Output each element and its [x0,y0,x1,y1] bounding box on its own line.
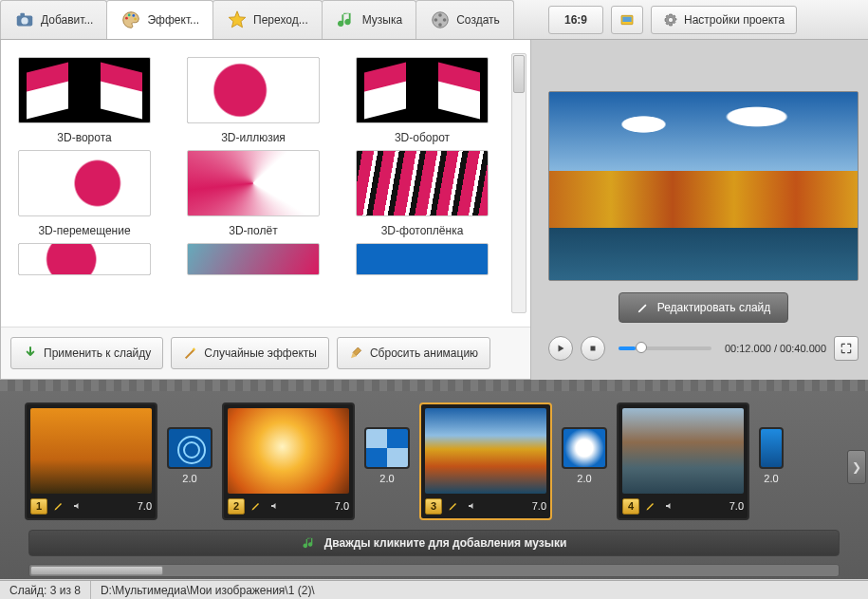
status-slide-count: Слайд: 3 из 8 [0,581,91,599]
timeline-slide[interactable]: 4 7.0 [617,402,749,520]
svg-point-9 [443,18,447,22]
broom-icon [349,346,364,361]
transition-thumb [167,427,212,469]
tab-music[interactable]: Музыка [322,0,416,39]
slide-duration: 7.0 [532,500,546,512]
svg-rect-13 [622,16,631,21]
sound-icon[interactable] [465,498,480,514]
effect-label: 3D-иллюзия [187,131,320,144]
svg-point-4 [128,14,131,17]
edit-icon[interactable] [446,498,461,514]
sound-icon[interactable] [268,498,283,514]
project-settings-button[interactable]: Настройки проекта [651,6,797,34]
timeline: 1 7.0 2.0 2 7.0 2.0 [0,380,868,579]
tab-transitions[interactable]: Переход... [212,0,323,39]
aspect-ratio-button[interactable]: 16:9 [548,6,603,34]
effect-item[interactable]: 3D-оборот [356,57,489,144]
project-controls: 16:9 Настройки проекта [548,0,797,39]
timeline-transition[interactable]: 2.0 [364,427,410,484]
effect-label: 3D-полёт [187,224,320,237]
wand-icon [183,346,198,361]
timeline-slide[interactable]: 2 7.0 [222,402,355,520]
seek-knob[interactable] [636,342,647,353]
effect-item[interactable] [18,243,151,275]
transition-thumb [562,427,607,469]
timeline-next-button[interactable]: ❯ [847,450,866,484]
effect-item[interactable]: 3D-иллюзия [187,57,320,144]
effect-label: 3D-фотоплёнка [356,224,489,237]
effects-grid[interactable]: 3D-ворота 3D-иллюзия 3D-оборот 3D-переме… [1,40,530,327]
stop-button[interactable] [581,336,605,361]
playback-controls: 00:12.000 / 00:40.000 [548,336,859,361]
edit-icon[interactable] [643,498,658,514]
effect-item[interactable]: 3D-перемещение [18,150,151,237]
music-track[interactable]: Дважды кликните для добавления музыки [28,530,840,556]
sound-icon[interactable] [70,498,85,514]
effect-thumb [18,243,151,275]
effect-item[interactable]: 3D-полёт [187,150,320,237]
effect-label: 3D-перемещение [18,224,151,237]
fullscreen-button[interactable] [834,336,859,361]
random-effects-button[interactable]: Случайные эффекты [171,337,329,369]
effect-item[interactable]: 3D-ворота [18,57,151,144]
edit-icon[interactable] [51,498,66,514]
timeline-transition[interactable]: 2.0 [759,427,784,484]
slide-number: 4 [622,498,639,515]
status-path: D:\Мультимедиа\Мои изображения\1 (2)\ [91,581,868,599]
effects-panel: 3D-ворота 3D-иллюзия 3D-оборот 3D-переме… [0,40,531,380]
effect-thumb [18,150,151,216]
reset-animation-label: Сбросить анимацию [370,346,478,360]
preview-panel: Редактировать слайд 00:12.000 / 00:40.00… [531,40,868,380]
slide-number: 3 [425,498,442,515]
transition-duration: 2.0 [167,473,212,484]
timeline-slide[interactable]: 1 7.0 [25,402,157,520]
play-button[interactable] [548,336,573,361]
effect-item[interactable] [187,243,320,275]
gear-icon [663,12,678,28]
timeline-transition[interactable]: 2.0 [167,427,212,484]
reset-animation-button[interactable]: Сбросить анимацию [337,337,490,369]
tab-effects[interactable]: Эффект... [106,0,213,39]
edit-slide-button[interactable]: Редактировать слайд [619,292,789,323]
tab-create[interactable]: Создать [416,0,514,39]
svg-rect-14 [591,346,596,351]
tab-add[interactable]: Добавит... [0,0,107,39]
camera-icon [14,9,35,30]
effect-thumb [18,57,151,123]
timeline-transition[interactable]: 2.0 [562,427,607,484]
effect-item[interactable]: 3D-фотоплёнка [356,150,489,237]
slide-duration: 7.0 [729,500,744,512]
transition-duration: 2.0 [364,473,410,484]
timeline-scrollbar-thumb[interactable] [30,566,163,575]
slides-strip[interactable]: 1 7.0 2.0 2 7.0 2.0 [0,391,868,520]
timeline-scrollbar[interactable] [28,564,840,577]
palette-icon [120,9,141,30]
slide-thumb [30,408,152,494]
seek-bar[interactable] [619,346,711,350]
apply-effect-button[interactable]: Применить к слайду [10,337,163,369]
reel-icon [430,9,451,30]
svg-point-10 [438,23,442,27]
effects-action-bar: Применить к слайду Случайные эффекты Сбр… [1,327,530,379]
slide-thumb [228,408,349,494]
playback-time: 00:12.000 / 00:40.000 [725,343,826,354]
fullscreen-icon [840,342,853,355]
scrollbar-thumb[interactable] [513,55,525,93]
tab-transitions-label: Переход... [253,13,308,27]
display-mode-button[interactable] [611,6,643,34]
effect-item[interactable] [356,243,489,275]
status-bar: Слайд: 3 из 8 D:\Мультимедиа\Мои изображ… [0,580,868,599]
effects-scrollbar[interactable] [511,53,526,313]
project-settings-label: Настройки проекта [684,13,785,27]
preview-image [548,91,859,281]
tab-create-label: Создать [456,13,500,27]
edit-icon[interactable] [249,498,264,514]
slide-duration: 7.0 [138,500,152,512]
svg-rect-2 [20,13,25,17]
slide-duration: 7.0 [335,500,349,512]
timeline-slide-selected[interactable]: 3 7.0 [419,402,552,520]
music-note-icon [302,535,317,551]
sound-icon[interactable] [662,498,677,514]
transition-thumb [759,427,784,469]
image-icon [619,12,635,28]
